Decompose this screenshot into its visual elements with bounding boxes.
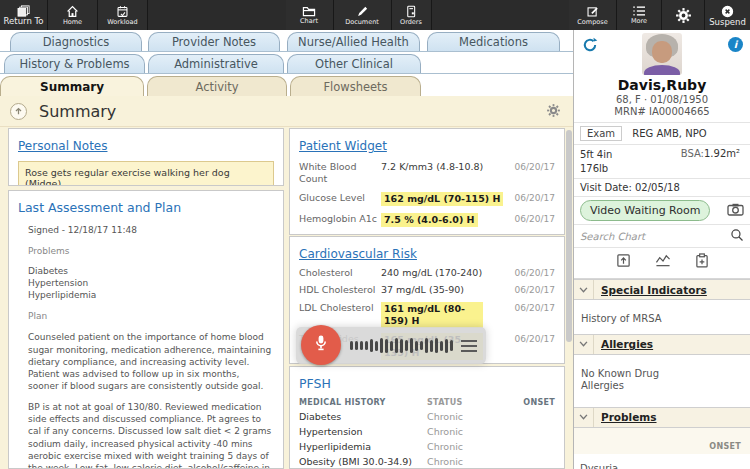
list-item[interactable]: Dysuria bbox=[580, 460, 750, 469]
home-button[interactable]: Home bbox=[48, 0, 98, 30]
allergies-header[interactable]: Allergies bbox=[574, 334, 750, 355]
table-row[interactable]: Hypertension Chronic bbox=[299, 426, 555, 437]
video-waiting-room-button[interactable]: Video Waiting Room bbox=[580, 200, 710, 221]
table-row[interactable]: Diabetes Chronic bbox=[299, 411, 555, 422]
return-to-button[interactable]: Return To bbox=[0, 0, 48, 30]
lab-row[interactable]: Cholesterol 240 mg/dL (170-240) 06/20/17 bbox=[299, 267, 555, 279]
photo-face bbox=[652, 41, 672, 63]
cardiovascular-risk-link[interactable]: Cardiovascular Risk bbox=[299, 247, 417, 261]
more-label: More bbox=[631, 18, 647, 25]
suspend-icon bbox=[721, 5, 734, 18]
lab-date: 06/20/17 bbox=[509, 213, 555, 224]
history-status: Chronic bbox=[427, 426, 505, 437]
table-row[interactable]: Hyperlipidemia Chronic bbox=[299, 441, 555, 452]
suspend-button[interactable]: Suspend bbox=[705, 0, 750, 30]
list-icon bbox=[632, 5, 646, 17]
microphone-icon bbox=[313, 334, 329, 356]
problems-title: Problems bbox=[601, 411, 657, 423]
dictation-menu-icon[interactable] bbox=[461, 337, 477, 355]
more-button[interactable]: More bbox=[617, 0, 662, 30]
lab-date: 06/20/17 bbox=[509, 302, 555, 313]
lab-name: Glucose Level bbox=[299, 192, 381, 204]
tab-provider-notes[interactable]: Provider Notes bbox=[148, 32, 280, 51]
allergies-title: Allergies bbox=[601, 338, 653, 350]
tab-row-3: Summary Activity Flowsheets bbox=[0, 74, 573, 96]
search-input[interactable] bbox=[580, 231, 730, 242]
search-icon[interactable] bbox=[730, 228, 744, 244]
assessment-problem-list: Diabetes Hypertension Hyperlipidemia bbox=[28, 266, 272, 301]
lab-date: 06/20/17 bbox=[509, 234, 555, 235]
orders-label: Orders bbox=[400, 19, 422, 26]
patient-panel: i Davis,Ruby 68, F · 01/08/1950 MRN# IA0… bbox=[573, 30, 750, 469]
toolbar-spacer bbox=[148, 0, 286, 30]
tab-administrative[interactable]: Administrative bbox=[148, 54, 284, 73]
lab-value: 37 mg/dL (35-90) bbox=[381, 284, 464, 295]
lab-row[interactable]: Hemoglobin A1c 7.5 % (4.0-6.0) H 06/20/1… bbox=[299, 213, 555, 227]
history-status: Chronic bbox=[427, 456, 505, 467]
lab-name: LDL Cholesterol bbox=[299, 302, 381, 314]
personal-note-text: Rose gets regular exercise walking her d… bbox=[18, 161, 274, 186]
tab-other-clinical[interactable]: Other Clinical bbox=[287, 54, 421, 73]
history-name: Hyperlipidemia bbox=[299, 441, 427, 452]
search-row bbox=[574, 225, 750, 248]
last-assessment-link[interactable]: Last Assessment and Plan bbox=[18, 200, 181, 215]
collapse-up-icon[interactable] bbox=[10, 103, 27, 120]
workload-button[interactable]: Workload bbox=[98, 0, 148, 30]
tab-diagnostics[interactable]: Diagnostics bbox=[10, 32, 142, 51]
send-to-top-icon[interactable] bbox=[616, 253, 631, 272]
patient-photo[interactable] bbox=[642, 33, 682, 75]
signed-timestamp: Signed - 12/18/17 11:48 bbox=[28, 224, 272, 236]
lab-name: Cholesterol bbox=[299, 267, 381, 279]
lab-row[interactable]: LDL Cholesterol 161 mg/dL (80-159) H 06/… bbox=[299, 302, 555, 329]
tab-flowsheets[interactable]: Flowsheets bbox=[290, 76, 421, 96]
chevron-down-icon bbox=[574, 408, 594, 427]
refresh-icon[interactable] bbox=[582, 37, 598, 57]
trend-chart-icon[interactable] bbox=[655, 253, 671, 272]
lab-row[interactable]: Creatinine 1.2 mg/dL (0.7-1.2) 06/20/17 bbox=[299, 234, 555, 235]
document-label: Document bbox=[345, 19, 379, 26]
lab-name: Creatinine bbox=[299, 234, 381, 235]
info-icon[interactable]: i bbox=[728, 37, 743, 52]
compose-button[interactable]: Compose bbox=[569, 0, 617, 30]
clipboard-add-icon[interactable] bbox=[695, 253, 709, 272]
lab-row[interactable]: HDL Cholesterol 37 mg/dL (35-90) 06/20/1… bbox=[299, 284, 555, 296]
lab-row[interactable]: Glucose Level 162 mg/dL (70-115) H 06/20… bbox=[299, 192, 555, 206]
settings-button[interactable] bbox=[662, 0, 705, 30]
tab-history-problems[interactable]: History & Problems bbox=[4, 54, 145, 73]
lab-row[interactable]: White Blood Count 7.2 K/mm3 (4.8-10.8) 0… bbox=[299, 161, 555, 185]
tab-medications[interactable]: Medications bbox=[427, 32, 560, 51]
problems-list: Dysuria Diabetes Hypertension Hyperlipid… bbox=[574, 454, 750, 469]
lab-value-high: 7.5 % (4.0-6.0) H bbox=[381, 213, 478, 227]
chevron-down-icon bbox=[574, 335, 594, 354]
document-button[interactable]: Document bbox=[334, 0, 392, 30]
video-row: Video Waiting Room bbox=[574, 197, 750, 225]
return-to-label: Return To bbox=[4, 18, 44, 25]
orders-button[interactable]: Orders bbox=[392, 0, 432, 30]
lab-date: 06/20/17 bbox=[509, 284, 555, 295]
exam-value: REG AMB, NPO bbox=[632, 128, 706, 139]
lab-date: 06/20/17 bbox=[509, 161, 555, 172]
tab-activity[interactable]: Activity bbox=[147, 76, 287, 96]
history-name: Diabetes bbox=[299, 411, 427, 422]
pfsh-link[interactable]: PFSH bbox=[299, 376, 331, 391]
lab-date: 06/20/17 bbox=[509, 192, 555, 203]
personal-notes-link[interactable]: Personal Notes bbox=[18, 139, 107, 153]
main-scrollbar-thumb[interactable] bbox=[566, 130, 572, 342]
chart-button[interactable]: Chart bbox=[286, 0, 334, 30]
lab-value: 7.2 K/mm3 (4.8-10.8) bbox=[381, 161, 483, 172]
patient-widget-card: Patient Widget White Blood Count 7.2 K/m… bbox=[289, 128, 565, 235]
tab-nurse-allied-health[interactable]: Nurse/Allied Health bbox=[287, 32, 420, 51]
tab-summary[interactable]: Summary bbox=[0, 76, 144, 96]
camera-icon[interactable] bbox=[727, 203, 744, 218]
assessment-problem: Hyperlipidemia bbox=[28, 290, 272, 302]
plan-paragraph: BP is at not at goal of 130/80. Reviewed… bbox=[28, 401, 272, 469]
special-indicators-content: History of MRSA bbox=[574, 300, 750, 334]
problems-header[interactable]: Problems bbox=[574, 407, 750, 428]
microphone-button[interactable] bbox=[301, 325, 341, 365]
special-indicators-header[interactable]: Special Indicators bbox=[574, 279, 750, 300]
patient-widget-link[interactable]: Patient Widget bbox=[299, 139, 387, 153]
history-status: Chronic bbox=[427, 441, 505, 452]
summary-settings-gear-icon[interactable] bbox=[546, 103, 561, 122]
pencil-icon bbox=[356, 5, 369, 18]
table-row[interactable]: Obesity (BMI 30.0-34.9) Chronic bbox=[299, 456, 555, 467]
